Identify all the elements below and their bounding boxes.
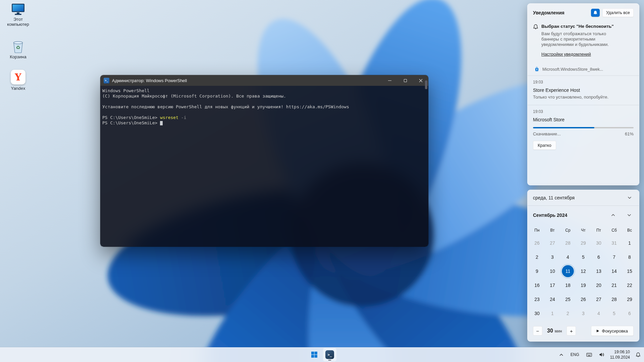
focus-minutes-increase-button[interactable]: + (567, 326, 576, 336)
calendar-day[interactable]: 14 (606, 264, 622, 278)
calendar-day[interactable]: 9 (529, 264, 545, 278)
dnd-status-description: Вам будут отображаться только баннеры с … (541, 31, 622, 47)
calendar-day[interactable]: 23 (529, 292, 545, 306)
calendar-day[interactable]: 22 (622, 278, 637, 292)
calendar-day[interactable]: 6 (591, 250, 606, 264)
chevron-up-icon (611, 214, 615, 217)
focus-session-button[interactable]: ▶ Фокусировка (591, 326, 634, 336)
taskbar-powershell-button[interactable]: >_ (323, 348, 336, 361)
windows-logo-icon (311, 351, 318, 358)
close-icon (419, 79, 423, 82)
calendar-day[interactable]: 5 (576, 250, 591, 264)
desktop-icon-this-pc[interactable]: Этот компьютер (2, 3, 34, 27)
calendar-day[interactable]: 1 (622, 236, 637, 250)
calendar-day[interactable]: 13 (591, 264, 606, 278)
calendar-day[interactable]: 27 (545, 236, 560, 250)
calendar-day[interactable]: 20 (591, 278, 606, 292)
calendar-day[interactable]: 30 (591, 236, 606, 250)
calendar-prev-month-button[interactable] (609, 212, 617, 219)
notification-settings-link[interactable]: Настройки уведомлений (541, 52, 591, 57)
calendar-day[interactable]: 25 (560, 292, 576, 306)
dnd-status-title: Выбран статус "Не беспокоить" (541, 24, 634, 29)
maximize-button[interactable] (397, 75, 413, 86)
calendar-day[interactable]: 30 (529, 306, 545, 320)
this-pc-icon (11, 3, 25, 15)
focus-minutes-value: 30 мин (547, 328, 562, 334)
clear-all-button[interactable]: Удалить все (602, 8, 634, 17)
calendar-day[interactable]: 26 (529, 236, 545, 250)
running-indicator (328, 360, 331, 361)
calendar-month-label[interactable]: Сентябрь 2024 (533, 213, 609, 218)
terminal-scrollbar[interactable] (425, 80, 427, 89)
download-status-label: Скачивание... (533, 131, 561, 136)
recycle-bin-icon: ♻ (12, 40, 24, 53)
notification-time: 19:03 (533, 109, 634, 114)
calendar-day[interactable]: 10 (545, 264, 560, 278)
calendar-next-month-button[interactable] (626, 212, 633, 219)
calendar-day[interactable]: 4 (560, 250, 576, 264)
calendar-collapse-button[interactable] (624, 193, 635, 202)
minimize-button[interactable] (382, 75, 397, 86)
chevron-up-icon (559, 353, 564, 356)
calendar-day[interactable]: 4 (591, 306, 606, 320)
calendar-day[interactable]: 1 (545, 306, 560, 320)
calendar-day[interactable]: 26 (576, 292, 591, 306)
play-icon: ▶ (597, 329, 599, 333)
do-not-disturb-toggle[interactable] (591, 9, 600, 17)
weekday-label: Сб (606, 225, 622, 236)
calendar-day[interactable]: 28 (560, 236, 576, 250)
calendar-day[interactable]: 27 (591, 292, 606, 306)
calendar-day[interactable]: 8 (622, 250, 637, 264)
bell-icon (636, 352, 641, 357)
chevron-down-icon (627, 214, 631, 217)
calendar-day[interactable]: 29 (622, 292, 637, 306)
yandex-icon: Y (11, 70, 25, 84)
calendar-day[interactable]: 11 (560, 264, 576, 278)
calendar-day[interactable]: 18 (560, 278, 576, 292)
notification-bell-button[interactable] (634, 351, 642, 359)
calendar-day[interactable]: 6 (622, 306, 637, 320)
calendar-day[interactable]: 21 (606, 278, 622, 292)
weekday-label: Чт (576, 225, 591, 236)
calendar-day[interactable]: 3 (545, 250, 560, 264)
calendar-day[interactable]: 15 (622, 264, 637, 278)
powershell-icon: >_ (104, 78, 109, 83)
calendar-day[interactable]: 19 (576, 278, 591, 292)
notification-group-header[interactable]: Microsoft.WindowsStore_8wek... (533, 67, 634, 72)
start-button[interactable] (308, 348, 321, 361)
touch-keyboard-button[interactable] (585, 351, 593, 358)
calendar-day[interactable]: 3 (576, 306, 591, 320)
language-indicator[interactable]: ENG (569, 351, 581, 358)
calendar-day[interactable]: 17 (545, 278, 560, 292)
desktop-icon-label: Yandex (11, 86, 25, 91)
notification-card[interactable]: 19:03 Store Experience Host Только что у… (533, 76, 634, 100)
calendar-day[interactable]: 2 (529, 250, 545, 264)
brief-button[interactable]: Кратко (533, 141, 556, 150)
download-progress-fill (533, 127, 594, 128)
calendar-day[interactable]: 7 (606, 250, 622, 264)
weekday-label: Ср (560, 225, 576, 236)
calendar-day[interactable]: 24 (545, 292, 560, 306)
desktop-icon-label: Этот компьютер (2, 17, 34, 27)
weekday-label: Пт (591, 225, 606, 236)
volume-button[interactable] (598, 351, 606, 358)
tray-overflow-button[interactable] (558, 352, 565, 358)
powershell-titlebar[interactable]: >_ Администратор: Windows PowerShell (100, 75, 428, 86)
calendar-day[interactable]: 2 (560, 306, 576, 320)
clock[interactable]: 19:06:10 11.09.2024 (610, 349, 630, 360)
calendar-day[interactable]: 29 (576, 236, 591, 250)
calendar-day[interactable]: 16 (529, 278, 545, 292)
notification-card[interactable]: 19:03 Microsoft Store Скачивание... 61% … (533, 105, 634, 150)
calendar-day[interactable]: 12 (576, 264, 591, 278)
notification-center: Уведомления Удалить все Выбран статус "Н… (527, 3, 639, 185)
terminal-output[interactable]: Windows PowerShell(C) Корпорация Майкрос… (100, 86, 428, 247)
desktop-icon-yandex[interactable]: Y Yandex (2, 70, 34, 91)
calendar-day[interactable]: 31 (606, 236, 622, 250)
calendar-day[interactable]: 28 (606, 292, 622, 306)
keyboard-icon (586, 353, 592, 357)
calendar-day[interactable]: 5 (606, 306, 622, 320)
weekday-label: Вт (545, 225, 560, 236)
focus-minutes-decrease-button[interactable]: − (533, 326, 542, 336)
notifications-title: Уведомления (533, 10, 565, 15)
desktop-icon-recycle-bin[interactable]: ♻ Корзина (2, 40, 34, 60)
